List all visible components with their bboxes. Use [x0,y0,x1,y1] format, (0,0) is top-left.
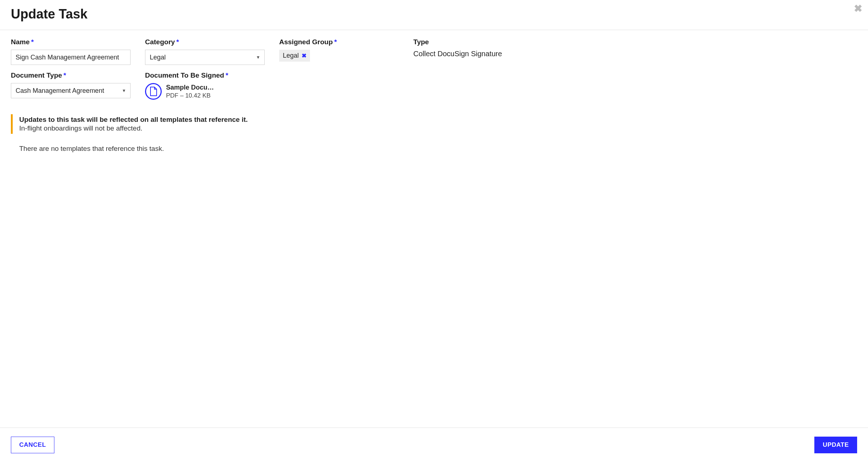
category-select[interactable]: Legal [145,50,265,65]
document-icon [145,83,162,100]
name-label: Name* [11,38,131,46]
modal-header: Update Task ✖ [0,0,868,30]
document-type-select[interactable]: Cash Management Agreement [11,83,131,98]
required-marker: * [31,38,34,46]
field-document-type: Document Type* Cash Management Agreement… [11,71,131,100]
form-row-1: Name* Category* Legal ▼ Assigned Group* [11,38,857,65]
assigned-group-chip: Legal ✖ [279,50,310,62]
assigned-group-label-text: Assigned Group [279,38,333,46]
notice-subtext: In-flight onboardings will not be affect… [19,124,857,132]
document-type-select-wrap: Cash Management Agreement ▼ [11,83,131,98]
update-button[interactable]: UPDATE [814,437,857,453]
document-card[interactable]: Sample Document.pdf PDF – 10.42 KB [145,83,215,100]
required-marker: * [63,71,66,79]
category-label-text: Category [145,38,175,46]
field-name: Name* [11,38,131,65]
notice-empty-text: There are no templates that reference th… [19,145,857,153]
cancel-button[interactable]: CANCEL [11,437,54,453]
assigned-group-chip-label: Legal [283,52,299,59]
notice-heading: Updates to this task will be reflected o… [19,116,857,124]
modal-title: Update Task [11,7,857,22]
document-meta: Sample Document.pdf PDF – 10.42 KB [166,84,215,99]
required-marker: * [226,71,228,79]
document-type-label-text: Document Type [11,71,62,79]
name-label-text: Name [11,38,30,46]
required-marker: * [334,38,337,46]
name-input[interactable] [11,50,131,65]
document-file-name: Sample Document.pdf [166,84,215,91]
form-row-2: Document Type* Cash Management Agreement… [11,71,857,100]
field-document-to-sign: Document To Be Signed* Sample Document.p… [145,71,265,100]
assigned-group-label: Assigned Group* [279,38,399,46]
document-to-sign-label-text: Document To Be Signed [145,71,224,79]
field-category: Category* Legal ▼ [145,38,265,65]
notice-callout: Updates to this task will be reflected o… [11,114,857,134]
field-type: Type Collect DocuSign Signature [413,38,533,65]
update-task-modal: Update Task ✖ Name* Category* Legal ▼ [0,0,868,462]
chip-remove-button[interactable]: ✖ [302,53,306,59]
type-label: Type [413,38,533,46]
category-label: Category* [145,38,265,46]
category-select-wrap: Legal ▼ [145,50,265,65]
modal-body: Name* Category* Legal ▼ Assigned Group* [0,30,868,428]
document-file-meta: PDF – 10.42 KB [166,92,215,99]
document-type-label: Document Type* [11,71,131,79]
close-button[interactable]: ✖ [852,2,864,15]
field-assigned-group: Assigned Group* Legal ✖ [279,38,399,65]
modal-footer: CANCEL UPDATE [0,428,868,462]
type-value: Collect DocuSign Signature [413,50,533,58]
required-marker: * [176,38,179,46]
document-to-sign-label: Document To Be Signed* [145,71,265,79]
